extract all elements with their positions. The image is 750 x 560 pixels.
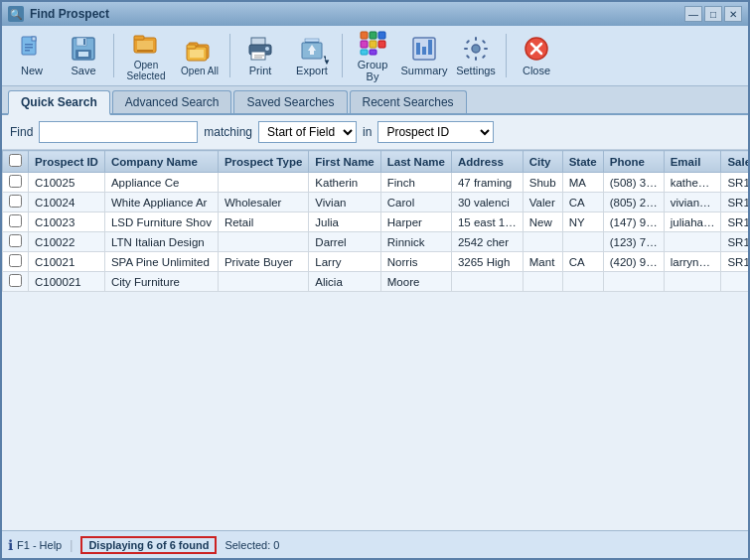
table-container[interactable]: Prospect ID Company Name Prospect Type F… [2, 150, 748, 530]
cell-salesperson [721, 272, 748, 292]
print-button[interactable]: Print [236, 30, 284, 81]
svg-rect-51 [482, 55, 486, 59]
matching-label: matching [204, 125, 252, 139]
table-header-row: Prospect ID Company Name Prospect Type F… [3, 151, 749, 173]
row-checkbox[interactable] [9, 274, 22, 287]
row-checkbox-cell[interactable] [3, 272, 29, 292]
cell-phone: (508) 3… [603, 173, 664, 193]
svg-rect-35 [370, 41, 376, 48]
table-row[interactable]: C10023 LSD Furniture Shov Retail Julia H… [3, 212, 749, 232]
row-checkbox[interactable] [9, 195, 22, 208]
svg-rect-18 [190, 50, 204, 58]
tab-advanced-search[interactable]: Advanced Search [112, 90, 232, 113]
close-button[interactable]: Close [513, 30, 560, 81]
cell-address: 3265 High [451, 252, 523, 272]
cell-state: NY [562, 212, 603, 232]
export-dropdown-arrow: ▼ [323, 58, 331, 67]
svg-rect-29 [310, 51, 314, 55]
cell-prospect-type: Retail [218, 212, 308, 232]
header-city[interactable]: City [523, 151, 562, 173]
summary-button[interactable]: Summary [400, 30, 448, 81]
window-title: Find Prospect [30, 7, 678, 21]
row-checkbox[interactable] [9, 214, 22, 227]
row-checkbox[interactable] [9, 234, 22, 247]
cell-prospect-id: C10025 [29, 173, 105, 193]
svg-rect-40 [416, 43, 420, 55]
open-all-button[interactable]: Open All [176, 30, 224, 81]
select-all-checkbox[interactable] [9, 154, 22, 167]
table-row[interactable]: C100021 City Furniture Alicia Moore [3, 272, 749, 292]
svg-rect-13 [137, 50, 153, 52]
svg-rect-45 [475, 57, 477, 61]
close-icon [523, 35, 550, 63]
new-button[interactable]: New [8, 30, 56, 81]
cell-state [562, 232, 603, 252]
find-input[interactable] [39, 121, 198, 143]
save-icon [70, 35, 97, 63]
svg-rect-9 [78, 52, 88, 57]
header-salesperson[interactable]: Salesperson [721, 151, 748, 173]
svg-rect-3 [25, 47, 33, 49]
cell-email: larryn… [664, 252, 721, 272]
tab-quick-search[interactable]: Quick Search [8, 90, 110, 115]
cell-state: CA [562, 252, 603, 272]
header-prospect-id[interactable]: Prospect ID [29, 151, 105, 173]
cell-prospect-id: C10024 [29, 193, 105, 212]
cell-last-name: Rinnick [380, 232, 451, 252]
in-select[interactable]: Prospect ID Company Name First Name Last… [377, 121, 494, 143]
new-label: New [21, 65, 43, 76]
title-bar-buttons: — □ ✕ [684, 6, 742, 22]
table-row[interactable]: C10021 SPA Pine Unlimited Private Buyer … [3, 252, 749, 272]
cell-company-name: City Furniture [104, 272, 218, 292]
matching-select[interactable]: Start of Field Contains Ends With Exact … [258, 121, 357, 143]
table-row[interactable]: C10022 LTN Italian Design Darrel Rinnick… [3, 232, 749, 252]
cell-first-name: Katherin [309, 173, 380, 193]
svg-rect-50 [466, 55, 470, 59]
cell-phone: (805) 2… [603, 193, 664, 212]
close-label: Close [523, 65, 550, 76]
header-company-name[interactable]: Company Name [104, 151, 218, 173]
close-window-button[interactable]: ✕ [724, 6, 742, 22]
table-row[interactable]: C10024 White Appliance Ar Wholesaler Viv… [3, 193, 749, 212]
cell-salesperson: SR10005 [721, 193, 748, 212]
cell-city: Shub [523, 173, 562, 193]
open-selected-button[interactable]: Open Selected [120, 30, 172, 81]
settings-button[interactable]: Settings [452, 30, 500, 81]
maximize-button[interactable]: □ [704, 6, 722, 22]
header-first-name[interactable]: First Name [309, 151, 380, 173]
save-button[interactable]: Save [60, 30, 107, 81]
tab-recent-searches[interactable]: Recent Searches [350, 90, 467, 113]
minimize-button[interactable]: — [684, 6, 702, 22]
table-row[interactable]: C10025 Appliance Ce Katherin Finch 47 fr… [3, 173, 749, 193]
header-email[interactable]: Email [664, 151, 721, 173]
header-address[interactable]: Address [451, 151, 523, 173]
main-content: Prospect ID Company Name Prospect Type F… [2, 150, 748, 530]
header-checkbox[interactable] [3, 151, 29, 173]
cell-salesperson: SR10005 [721, 212, 748, 232]
header-phone[interactable]: Phone [603, 151, 664, 173]
cell-phone [603, 272, 664, 292]
group-by-label: Group By [350, 59, 395, 82]
tab-saved-searches[interactable]: Saved Searches [233, 90, 347, 113]
header-prospect-type[interactable]: Prospect Type [218, 151, 308, 173]
row-checkbox-cell[interactable] [3, 212, 29, 232]
open-selected-icon [132, 30, 160, 58]
cell-salesperson: SR10001 [721, 173, 748, 193]
row-checkbox-cell[interactable] [3, 173, 29, 193]
cell-prospect-id: C10022 [29, 232, 105, 252]
row-checkbox[interactable] [9, 175, 22, 188]
row-checkbox-cell[interactable] [3, 193, 29, 212]
cell-last-name: Moore [380, 272, 451, 292]
header-last-name[interactable]: Last Name [380, 151, 451, 173]
group-by-button[interactable]: Group By [349, 30, 396, 81]
export-button[interactable]: ▼ Export ▼ [288, 30, 336, 81]
toolbar-separator-1 [113, 34, 114, 77]
row-checkbox-cell[interactable] [3, 252, 29, 272]
svg-rect-44 [475, 37, 477, 41]
svg-rect-37 [361, 50, 368, 55]
row-checkbox[interactable] [9, 254, 22, 267]
row-checkbox-cell[interactable] [3, 232, 29, 252]
svg-rect-33 [378, 32, 385, 39]
header-state[interactable]: State [562, 151, 603, 173]
svg-rect-42 [428, 40, 432, 55]
